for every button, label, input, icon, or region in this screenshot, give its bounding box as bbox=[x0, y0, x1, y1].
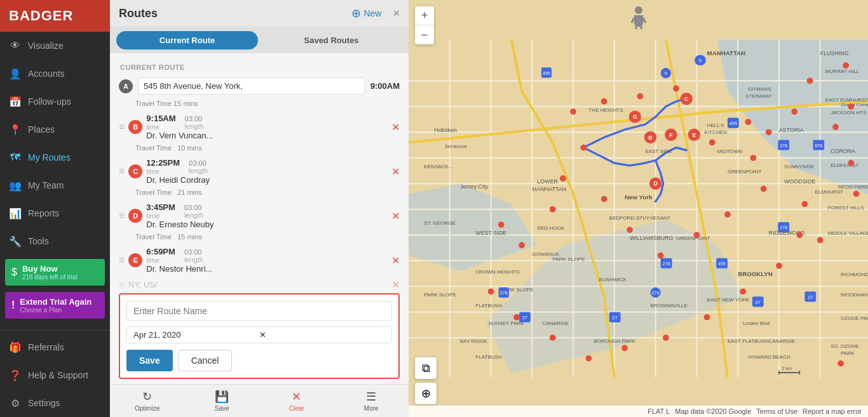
locate-button[interactable]: ⊕ bbox=[415, 383, 437, 404]
svg-text:278: 278 bbox=[500, 290, 508, 296]
buy-now-button[interactable]: $ Buy Now 216 days left of trial bbox=[5, 259, 105, 286]
svg-text:27: 27 bbox=[808, 295, 813, 300]
zoom-controls: + − bbox=[415, 6, 434, 44]
travel-time-3: Travel Time 21 mins bbox=[110, 187, 409, 200]
drag-handle-e[interactable]: ≡ bbox=[119, 255, 125, 266]
zoom-out-button[interactable]: − bbox=[415, 25, 434, 44]
svg-point-128 bbox=[843, 62, 849, 69]
svg-text:MIDTOWN: MIDTOWN bbox=[717, 149, 743, 154]
svg-point-126 bbox=[791, 109, 797, 115]
stop-b-delete[interactable]: ✕ bbox=[391, 121, 400, 133]
sidebar-item-places[interactable]: 📍 Places bbox=[0, 116, 110, 143]
new-label: New bbox=[363, 8, 381, 18]
pin-icon: 📍 bbox=[9, 123, 22, 136]
sidebar-item-followups[interactable]: 📅 Follow-ups bbox=[0, 88, 110, 116]
close-button[interactable]: × bbox=[393, 7, 400, 20]
svg-text:SUNSET PARK: SUNSET PARK bbox=[488, 321, 524, 326]
stop-b-name: Dr. Vern Vuncan... bbox=[146, 131, 388, 140]
stop-e-time: 6:59PM bbox=[146, 247, 175, 256]
svg-point-151 bbox=[837, 361, 844, 367]
svg-text:GREENPOINT: GREENPOINT bbox=[676, 235, 710, 241]
new-route-button[interactable]: ⊕ New bbox=[351, 6, 381, 20]
svg-text:JACKSON HTS: JACKSON HTS bbox=[831, 110, 867, 116]
sidebar-item-referrals[interactable]: 🎁 Referrals bbox=[0, 333, 110, 361]
cancel-button[interactable]: Cancel bbox=[178, 350, 233, 371]
route-name-input[interactable] bbox=[126, 301, 392, 321]
tab-saved-routes[interactable]: Saved Routes bbox=[261, 31, 402, 50]
svg-text:EAST SIDE: EAST SIDE bbox=[645, 149, 672, 154]
stop-e-time-label: time bbox=[146, 256, 175, 264]
stop-d-delete[interactable]: ✕ bbox=[391, 210, 400, 222]
plus-icon: ⊕ bbox=[351, 6, 361, 20]
clear-button[interactable]: ✕ Clear bbox=[259, 386, 334, 416]
svg-point-146 bbox=[750, 155, 757, 161]
sidebar-label-myteam: My Team bbox=[28, 180, 64, 190]
svg-point-140 bbox=[513, 314, 520, 321]
report-map-error-link[interactable]: Report a map error bbox=[803, 407, 862, 415]
terms-of-use-link[interactable]: Terms of Use bbox=[756, 407, 797, 415]
svg-text:FLATBUSH: FLATBUSH bbox=[475, 303, 502, 308]
drag-handle-d[interactable]: ≡ bbox=[119, 210, 125, 222]
sidebar-item-reports[interactable]: 📊 Reports bbox=[0, 199, 110, 227]
drag-handle-c[interactable]: ≡ bbox=[119, 166, 125, 177]
svg-text:New York: New York bbox=[625, 194, 653, 201]
svg-text:278: 278 bbox=[652, 290, 660, 296]
stop-a-badge: A bbox=[119, 79, 133, 93]
stop-e-row: ≡ E 6:59PM time 03:00 length Dr. Nestor … bbox=[110, 244, 409, 276]
date-clear-button[interactable]: ✕ bbox=[259, 330, 385, 340]
svg-point-114 bbox=[601, 98, 607, 105]
layer-toggle-button[interactable]: ⧉ bbox=[415, 357, 437, 379]
drag-handle-b[interactable]: ≡ bbox=[119, 121, 125, 133]
start-address-input[interactable] bbox=[138, 77, 365, 95]
stop-e-len-label: length bbox=[184, 256, 203, 263]
routes-title: Routes bbox=[119, 7, 345, 20]
travel-time-4: Travel Time 15 mins bbox=[110, 232, 409, 244]
svg-text:LOWER: LOWER bbox=[537, 178, 558, 185]
stop-c-row: ≡ C 12:25PM time 03:00 length Dr. Heidi … bbox=[110, 156, 409, 187]
extend-trial-sub: Choose a Plan bbox=[20, 307, 92, 314]
svg-point-133 bbox=[776, 263, 782, 269]
layer-icon: ⧉ bbox=[422, 362, 430, 375]
extend-trial-button[interactable]: ! Extend Trial Again Choose a Plan bbox=[5, 292, 105, 319]
svg-point-147 bbox=[745, 119, 751, 125]
svg-text:CORONA: CORONA bbox=[831, 148, 855, 154]
save-toolbar-button[interactable]: 💾 Save bbox=[185, 386, 260, 416]
stop-b-time-block: 9:15AM time bbox=[146, 114, 175, 131]
svg-text:OZONE PARK: OZONE PARK bbox=[841, 315, 868, 321]
sidebar-item-tools[interactable]: 🔧 Tools bbox=[0, 227, 110, 255]
tab-current-route[interactable]: Current Route bbox=[116, 31, 258, 50]
sidebar-item-myroutes[interactable]: 🗺 My Routes bbox=[0, 143, 110, 171]
stop-b-info: 9:15AM time 03:00 length Dr. Vern Vuncan… bbox=[146, 114, 388, 140]
zoom-in-button[interactable]: + bbox=[415, 6, 434, 25]
extra-stop-delete[interactable]: ✕ bbox=[391, 279, 400, 291]
sidebar-item-visualize[interactable]: 👁 Visualize bbox=[0, 32, 110, 60]
buy-now-label: Buy Now bbox=[22, 264, 78, 274]
svg-text:9: 9 bbox=[665, 70, 667, 76]
svg-point-121 bbox=[627, 227, 633, 233]
map-attribution: FLAT L Map data ©2020 Google Terms of Us… bbox=[409, 406, 868, 417]
map-icon: 🗺 bbox=[9, 151, 22, 164]
more-button[interactable]: ☰ More bbox=[334, 386, 409, 416]
sidebar-item-myteam[interactable]: 👥 My Team bbox=[0, 171, 110, 199]
svg-text:WILLIAMSBURG: WILLIAMSBURG bbox=[630, 235, 673, 241]
stop-e-time-len: 6:59PM time 03:00 length bbox=[146, 247, 388, 264]
save-button[interactable]: Save bbox=[126, 350, 173, 371]
sidebar-label-referrals: Referrals bbox=[28, 342, 64, 352]
svg-text:PARK SLOPE: PARK SLOPE bbox=[424, 292, 456, 298]
optimize-button[interactable]: ↻ Optimize bbox=[110, 386, 185, 416]
svg-text:DITMARS: DITMARS bbox=[748, 86, 771, 92]
svg-text:MIDDLE VILLAGE: MIDDLE VILLAGE bbox=[828, 230, 868, 236]
sidebar-item-accounts[interactable]: 👤 Accounts bbox=[0, 60, 110, 88]
svg-text:HELL'S: HELL'S bbox=[707, 122, 725, 128]
stop-e-delete[interactable]: ✕ bbox=[391, 255, 400, 267]
svg-point-130 bbox=[832, 124, 839, 130]
map-area: MANHATTAN ASTORIA WOODSIDE RIDGEWOOD BRO… bbox=[409, 0, 868, 417]
sidebar-item-help[interactable]: ❓ Help & Support bbox=[0, 361, 110, 389]
sidebar-item-settings[interactable]: ⚙ Settings bbox=[0, 389, 110, 417]
logo-text: BADGER bbox=[9, 8, 73, 24]
buy-now-sub: 216 days left of trial bbox=[22, 274, 78, 281]
svg-point-149 bbox=[848, 160, 854, 166]
stop-c-delete[interactable]: ✕ bbox=[391, 166, 400, 178]
start-time: 9:00AM bbox=[370, 81, 400, 91]
map-data-text: Map data ©2020 Google bbox=[675, 407, 751, 415]
